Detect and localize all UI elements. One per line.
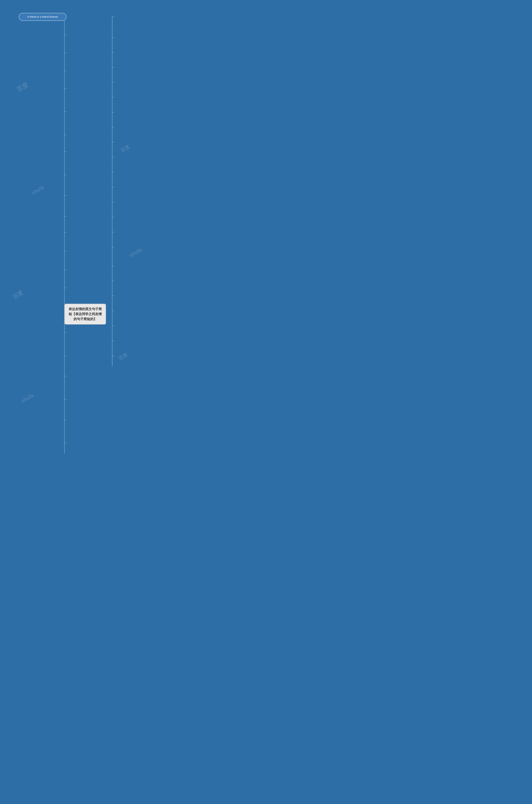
- mind-map: 百度 shufa 百度 shufa 百度 shufa 百度: [0, 0, 187, 804]
- watermark-3: 百度: [12, 289, 24, 300]
- watermark-2: shufa: [31, 184, 45, 196]
- watermark-6: shufa: [128, 247, 142, 258]
- left-node-l1: A friend is a friend forever: [19, 13, 66, 21]
- watermark-4: shufa: [20, 392, 35, 404]
- watermark-7: 百度: [117, 352, 129, 362]
- center-title: 表达友情的英文句子简短【表达同学之间友情的句子简短的】: [64, 304, 106, 325]
- watermark-1: 百度: [15, 81, 29, 94]
- watermark-5: 百度: [119, 144, 131, 154]
- connector-lines: [0, 0, 187, 804]
